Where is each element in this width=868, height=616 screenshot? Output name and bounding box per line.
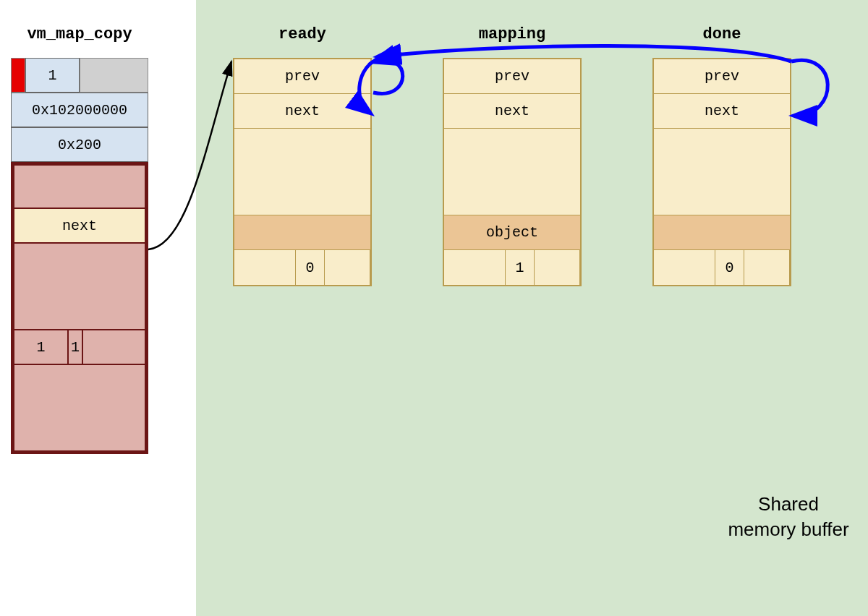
mapping-title: mapping (443, 25, 582, 43)
entry-ready: prev next 0 (233, 58, 372, 286)
vmc-embedded-pad-top (14, 165, 145, 208)
done-object (654, 215, 790, 250)
shared-memory-caption: Shared memory buffer (723, 492, 854, 542)
vmc-size-field: 0x200 (11, 127, 148, 162)
vmc-embedded-pad-bottom (14, 364, 145, 451)
mapping-gap (444, 129, 580, 215)
vmc-flag-b: 1 (68, 330, 82, 364)
done-gap (654, 129, 790, 215)
ready-flags: 0 (234, 250, 370, 285)
vmc-flag-pad (82, 330, 145, 364)
done-prev: prev (654, 59, 790, 94)
ready-title: ready (233, 25, 372, 43)
ready-flag: 0 (296, 250, 325, 285)
vmc-header-redflag (11, 58, 25, 93)
vm-map-copy-title: vm_map_copy (11, 25, 148, 43)
vmc-header-pad (80, 58, 148, 93)
ready-prev: prev (234, 59, 370, 94)
vmc-type-field: 1 (25, 58, 80, 93)
done-flags: 0 (654, 250, 790, 285)
entry-mapping: prev next object 1 (443, 58, 582, 286)
done-next: next (654, 94, 790, 129)
done-title: done (652, 25, 791, 43)
ready-gap (234, 129, 370, 215)
mapping-object: object (444, 215, 580, 250)
ready-object (234, 215, 370, 250)
vm-map-copy-struct: 1 0x102000000 0x200 next 1 1 (11, 58, 148, 454)
vmc-embedded-next: next (14, 208, 145, 243)
mapping-next: next (444, 94, 580, 129)
entry-done: prev next 0 (652, 58, 791, 286)
vmc-embedded-entry: next 1 1 (11, 162, 148, 454)
done-flag: 0 (715, 250, 744, 285)
vmc-offset-field: 0x102000000 (11, 93, 148, 127)
vmc-flag-a: 1 (14, 330, 68, 364)
vmc-embedded-flags: 1 1 (14, 330, 145, 364)
vmc-embedded-gap (14, 243, 145, 330)
mapping-prev: prev (444, 59, 580, 94)
ready-next: next (234, 94, 370, 129)
mapping-flags: 1 (444, 250, 580, 285)
mapping-flag: 1 (506, 250, 535, 285)
